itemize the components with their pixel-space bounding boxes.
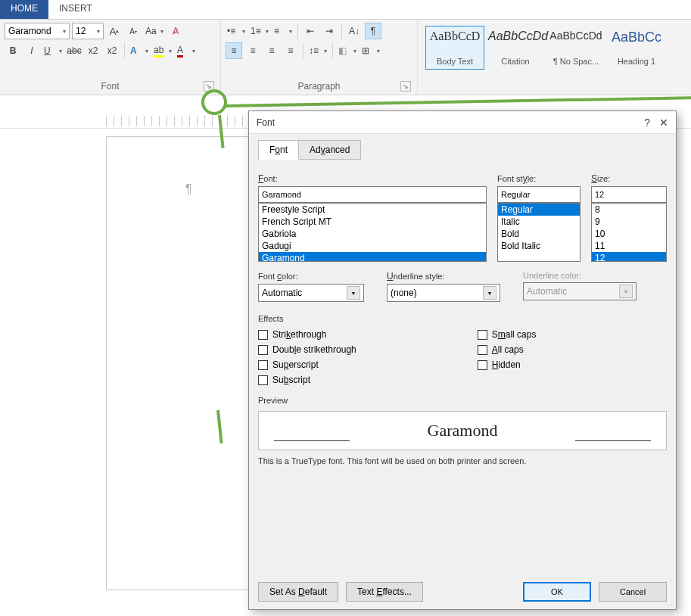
chk-all-caps[interactable]: All caps [478,344,537,355]
bullets-button[interactable]: •≡▾ [226,23,247,39]
show-marks-button[interactable]: ¶ [365,23,381,39]
chk-small-caps[interactable]: Small caps [478,329,537,340]
ribbon-group-font: Garamond▾ 12▾ A▴ A▾ Aa▾ A̷ B I U▾ abc x2… [0,20,221,95]
style-preview: AaBbCcDd [549,30,603,42]
list-item[interactable]: Italic [498,216,580,228]
text-effects-button[interactable]: Text Effects... [346,582,423,602]
style-preview: AaBbCc [609,30,664,45]
checkbox-icon [258,330,268,340]
pilcrow-icon: ¶ [185,182,192,196]
list-item[interactable]: Garamond [259,252,486,262]
increase-indent-button[interactable]: ⇥ [321,23,338,39]
underline-color-combo: Automatic▾ [523,282,637,300]
font-size-value: 12 [76,26,86,36]
strikethrough-button[interactable]: abc [66,42,82,59]
numbering-button[interactable]: 1≡▾ [249,23,270,39]
style-preview: AaBbCcD [428,30,482,43]
list-item[interactable]: Gadugi [259,240,486,252]
list-item[interactable]: Bold [498,228,580,240]
italic-button[interactable]: I [23,42,40,59]
list-item[interactable]: 10 [592,228,666,240]
size-input[interactable] [591,186,667,203]
font-name-combo[interactable]: Garamond▾ [5,23,70,39]
checkbox-icon [478,345,487,355]
dialog-tab-advanced[interactable]: Advanced [298,140,361,160]
list-item[interactable]: Gabriola [259,228,486,240]
align-center-button[interactable]: ≡ [244,42,261,59]
chevron-down-icon: ▾ [619,285,633,298]
style-label: Font style: [497,173,581,184]
list-item[interactable]: French Script MT [259,216,486,228]
grow-font-button[interactable]: A▴ [106,23,123,39]
list-item[interactable]: Regular [498,204,580,216]
ribbon: Garamond▾ 12▾ A▴ A▾ Aa▾ A̷ B I U▾ abc x2… [0,20,691,95]
dialog-tab-font[interactable]: Font [258,140,299,160]
dialog-footer: Set As Default Text Effects... OK Cancel [249,574,676,609]
justify-button[interactable]: ≡ [282,42,299,59]
tab-home[interactable]: HOME [0,0,48,19]
checkbox-icon [478,360,487,370]
set-default-button[interactable]: Set As Default [258,582,338,602]
chevron-down-icon: ▾ [97,28,100,35]
font-input[interactable] [258,186,487,203]
paragraph-dialog-launcher[interactable] [400,81,411,92]
list-item[interactable]: Bold Italic [498,240,580,252]
chk-hidden[interactable]: Hidden [478,359,537,370]
ok-button[interactable]: OK [523,582,591,602]
cancel-button[interactable]: Cancel [599,582,667,602]
list-item[interactable]: 12 [592,252,666,262]
borders-button[interactable]: ⊞▾ [360,42,381,59]
style-citation[interactable]: AaBbCcDd Citation [486,26,545,70]
style-preview: AaBbCcDd [488,30,543,43]
underline-button[interactable]: U▾ [42,42,64,59]
shading-button[interactable]: ◧▾ [337,42,358,59]
style-heading1[interactable]: AaBbCc Heading 1 [607,26,666,70]
list-item[interactable]: 11 [592,240,666,252]
change-case-button[interactable]: Aa▾ [144,23,165,39]
sort-button[interactable]: A↓ [346,23,363,39]
subscript-button[interactable]: x2 [85,42,101,59]
line-spacing-button[interactable]: ↕≡▾ [307,42,328,59]
tab-insert[interactable]: INSERT [48,0,103,19]
callout-line [226,96,691,107]
checkbox-icon [258,345,268,355]
preview-title: Preview [258,396,667,405]
style-no-spacing[interactable]: AaBbCcDd ¶ No Spac... [546,26,605,70]
chk-double-strikethrough[interactable]: Double strikethrough [258,344,356,355]
style-name: Citation [488,57,543,66]
style-body-text[interactable]: AaBbCcD Body Text [425,26,484,70]
decrease-indent-button[interactable]: ⇤ [302,23,319,39]
highlight-button[interactable]: ab▾ [152,42,173,59]
bold-button[interactable]: B [5,42,21,59]
chk-strikethrough[interactable]: Strikethrough [258,329,356,340]
underline-style-combo[interactable]: (none)▾ [387,284,500,302]
text-effects-button[interactable]: A▾ [129,42,150,59]
clear-formatting-button[interactable]: A̷ [167,23,184,39]
shrink-font-button[interactable]: A▾ [125,23,142,39]
group-label-font: Font [5,81,216,93]
style-input[interactable] [497,186,581,203]
align-right-button[interactable]: ≡ [263,42,280,59]
superscript-button[interactable]: x2 [104,42,120,59]
list-item[interactable]: 9 [592,216,666,228]
list-item[interactable]: Freestyle Script [259,204,486,216]
font-listbox[interactable]: Freestyle Script French Script MT Gabrio… [258,203,487,262]
style-name: Heading 1 [609,57,664,66]
preview-frame: Garamond [258,411,667,450]
group-label-paragraph: Paragraph [226,81,412,93]
font-color-combo[interactable]: Automatic▾ [258,284,364,302]
ribbon-tabs: HOME INSERT [0,0,691,20]
multilevel-button[interactable]: ≡▾ [272,23,294,39]
chk-subscript[interactable]: Subscript [258,375,356,385]
size-listbox[interactable]: 8 9 10 11 12 [591,203,667,262]
chk-superscript[interactable]: Superscript [258,359,356,370]
style-listbox[interactable]: Regular Italic Bold Bold Italic [497,203,581,262]
dialog-tabs: Font Advanced [258,140,667,160]
font-size-combo[interactable]: 12▾ [72,23,104,39]
list-item[interactable]: 8 [592,204,666,216]
close-button[interactable]: ✕ [659,117,668,129]
help-button[interactable]: ? [644,117,650,129]
align-left-button[interactable]: ≡ [226,42,242,59]
font-color-button[interactable]: A▾ [176,42,197,59]
callout-circle [201,89,227,115]
